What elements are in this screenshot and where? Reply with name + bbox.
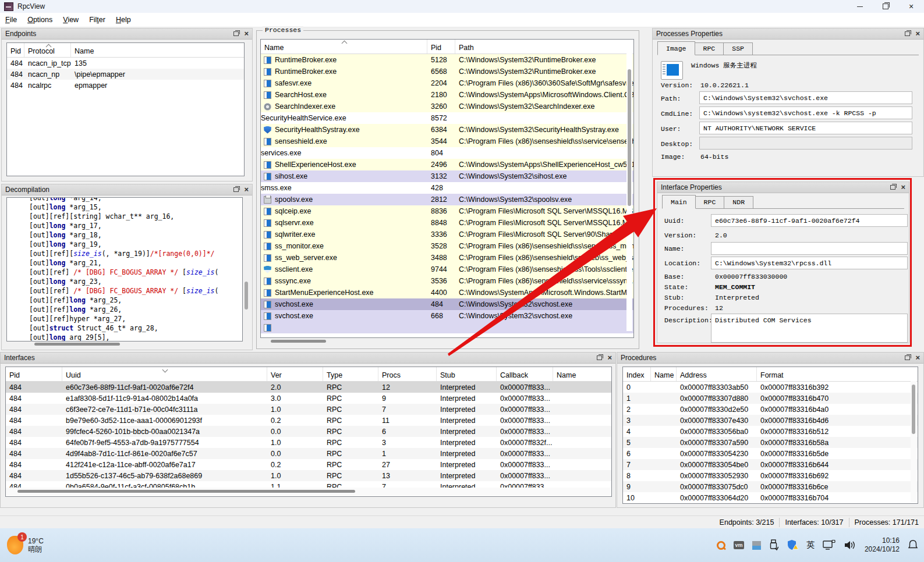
- decompilation-code-view[interactable]: [out]long *arg_14,[out]long *arg_15,[out…: [6, 197, 243, 342]
- float-panel-icon[interactable]: [890, 185, 895, 190]
- processes-hscrollbar[interactable]: [260, 338, 633, 345]
- procedure-row[interactable]: 9 0x00007ff833075dc0 0x00007ff83316b6ce: [623, 481, 918, 492]
- desktop-field[interactable]: [699, 137, 912, 150]
- processes-vscrollbar[interactable]: [626, 53, 632, 331]
- tab[interactable]: SSP: [723, 42, 753, 55]
- process-row[interactable]: svchost.exe 484 C:\Windows\System32\svch…: [261, 298, 633, 310]
- menu-item[interactable]: View: [58, 14, 84, 26]
- close-panel-icon[interactable]: ×: [607, 354, 612, 361]
- process-row[interactable]: safesvr.exe 2204 C:\Program Files (x86)\…: [261, 77, 633, 89]
- col-procs[interactable]: Procs: [378, 367, 437, 381]
- tab[interactable]: NDR: [724, 196, 753, 208]
- process-row[interactable]: sqlservr.exe 8848 C:\Program Files\Micro…: [261, 217, 633, 229]
- notification-bell-icon[interactable]: [908, 539, 918, 551]
- col-path[interactable]: Path: [455, 40, 633, 54]
- process-row[interactable]: RuntimeBroker.exe 6568 C:\Windows\System…: [261, 66, 633, 77]
- process-row[interactable]: smss.exe 428: [261, 182, 633, 194]
- process-row[interactable]: spoolsv.exe 2812 C:\Windows\System32\spo…: [261, 194, 633, 205]
- process-row[interactable]: [261, 322, 633, 333]
- interface-row[interactable]: 484 b9e79e60-3d52-11ce-aaa1-00006901293f…: [6, 415, 611, 426]
- process-row[interactable]: sqlwriter.exe 3336 C:\Program Files\Micr…: [261, 229, 633, 240]
- close-panel-icon[interactable]: ×: [244, 186, 249, 193]
- process-row[interactable]: SearchIndexer.exe 3260 C:\Windows\System…: [261, 101, 633, 112]
- endpoint-row[interactable]: 484 ncalrpc epmapper: [7, 80, 244, 91]
- processes-hscroll-thumb[interactable]: [271, 340, 326, 343]
- procedure-row[interactable]: 1 0x00007ff83307d880 0x00007ff83316b470: [623, 393, 918, 404]
- security-shield-icon[interactable]: [787, 539, 798, 551]
- usb-icon[interactable]: [769, 539, 778, 551]
- process-row[interactable]: SecurityHealthSystray.exe 6384 C:\Window…: [261, 124, 633, 136]
- network-display-icon[interactable]: [823, 540, 836, 550]
- col-stub[interactable]: Stub: [437, 367, 497, 381]
- float-panel-icon[interactable]: [597, 355, 602, 360]
- interface-row[interactable]: 484 e1af8308-5d1f-11c9-91a4-08002b14a0fa…: [6, 393, 611, 404]
- col-address[interactable]: Address: [677, 367, 757, 381]
- interfaces-hscroll-thumb[interactable]: [17, 490, 355, 493]
- col-name[interactable]: Name: [553, 367, 611, 381]
- process-row[interactable]: SearchHost.exe 2180 C:\Windows\SystemApp…: [261, 89, 633, 101]
- process-row[interactable]: sssync.exe 3536 C:\Program Files (x86)\s…: [261, 275, 633, 287]
- decompilation-hscroll-thumb[interactable]: [34, 343, 120, 346]
- menu-item[interactable]: Filter: [84, 14, 111, 26]
- col-index[interactable]: Index: [623, 367, 651, 381]
- restore-button[interactable]: [873, 0, 898, 13]
- col-pid[interactable]: Pid: [427, 40, 455, 54]
- process-row[interactable]: services.exe 804: [261, 147, 633, 159]
- procedure-row[interactable]: 11 0x00007ff8330d6d50 0x00007ff83316b734: [623, 503, 918, 504]
- cmdline-field[interactable]: C:\Windows\system32\svchost.exe -k RPCSS…: [699, 106, 912, 119]
- float-panel-icon[interactable]: [905, 31, 910, 36]
- procedure-row[interactable]: 6 0x00007ff833054230 0x00007ff83316b5de: [623, 448, 918, 459]
- decompilation-hscrollbar[interactable]: [6, 342, 242, 347]
- col-pid[interactable]: Pid: [6, 367, 62, 381]
- uuid-field[interactable]: e60c73e6-88f9-11cf-9af1-0020af6e72f4: [711, 214, 908, 227]
- process-row[interactable]: ss_monitor.exe 3528 C:\Program Files (x8…: [261, 240, 633, 252]
- interface-row[interactable]: 484 e60c73e6-88f9-11cf-9af1-0020af6e72f4…: [6, 382, 611, 393]
- procedure-row[interactable]: 3 0x00007ff83307e430 0x00007ff83316b4d6: [623, 415, 918, 426]
- process-row[interactable]: RuntimeBroker.exe 5128 C:\Windows\System…: [261, 54, 633, 66]
- interface-row[interactable]: 484 c6f3ee72-ce7e-11d1-b71e-00c04fc3111a…: [6, 404, 611, 415]
- tab[interactable]: RPC: [695, 42, 724, 55]
- float-panel-icon[interactable]: [905, 355, 910, 360]
- procedure-row[interactable]: 4 0x00007ff833056ba0 0x00007ff83316b512: [623, 426, 918, 437]
- interface-row[interactable]: 484 1d55b526-c137-46c5-ab79-638f2a68e869…: [6, 470, 611, 481]
- tab[interactable]: RPC: [695, 196, 725, 208]
- col-format[interactable]: Format: [757, 367, 918, 381]
- procedure-row[interactable]: 2 0x00007ff8330d2e50 0x00007ff83316b4a0: [623, 404, 918, 415]
- procedure-row[interactable]: 7 0x00007ff833054be0 0x00007ff83316b644: [623, 459, 918, 470]
- decompilation-vscrollbar[interactable]: [243, 197, 249, 340]
- col-pid[interactable]: Pid: [7, 43, 24, 57]
- ifc-name-field[interactable]: [711, 242, 908, 255]
- interface-row[interactable]: 484 412f241e-c12a-11ce-abff-0020af6e7a17…: [6, 459, 611, 470]
- procedure-row[interactable]: 10 0x00007ff833064d20 0x00007ff83316b704: [623, 492, 918, 503]
- close-panel-icon[interactable]: ×: [244, 30, 249, 37]
- tray-vmware-icon[interactable]: vm: [734, 541, 744, 549]
- procedure-row[interactable]: 0 0x00007ff83303ab50 0x00007ff83316b392: [623, 382, 918, 393]
- path-field[interactable]: C:\Windows\System32\svchost.exe: [699, 91, 912, 104]
- float-panel-icon[interactable]: [233, 187, 239, 192]
- ime-indicator[interactable]: 英: [806, 540, 815, 550]
- decompilation-vscroll-thumb[interactable]: [245, 282, 248, 310]
- col-type[interactable]: Type: [323, 367, 378, 381]
- close-panel-icon[interactable]: ×: [915, 354, 920, 361]
- location-field[interactable]: C:\Windows\System32\rpcss.dll: [711, 257, 908, 269]
- menu-item[interactable]: File: [0, 14, 22, 26]
- tab[interactable]: Image: [657, 41, 695, 55]
- description-field[interactable]: Distributed COM Services: [711, 314, 908, 343]
- float-panel-icon[interactable]: [233, 31, 239, 36]
- close-panel-icon[interactable]: ×: [915, 30, 920, 37]
- menu-item[interactable]: Help: [111, 14, 136, 26]
- col-callback[interactable]: Callback: [497, 367, 553, 381]
- interfaces-hscrollbar[interactable]: [6, 488, 610, 496]
- process-row[interactable]: SecurityHealthService.exe 8572: [261, 112, 633, 124]
- process-row[interactable]: ss_web_server.exe 3488 C:\Program Files …: [261, 252, 633, 264]
- process-row[interactable]: senseshield.exe 3544 C:\Program Files (x…: [261, 136, 633, 147]
- process-row[interactable]: StartMenuExperienceHost.exe 4400 C:\Wind…: [261, 287, 633, 298]
- close-panel-icon[interactable]: ×: [901, 184, 905, 191]
- procedure-row[interactable]: 5 0x00007ff83307a590 0x00007ff83316b58a: [623, 437, 918, 448]
- tray-magnifier-icon[interactable]: [717, 541, 725, 550]
- process-row[interactable]: sqlceip.exe 8836 C:\Program Files\Micros…: [261, 205, 633, 217]
- taskbar-weather-widget[interactable]: 1 19°C 晴朗: [7, 536, 77, 554]
- col-name[interactable]: Name: [651, 367, 677, 381]
- process-row[interactable]: sihost.exe 3132 C:\Windows\System32\siho…: [261, 170, 633, 182]
- col-name[interactable]: Name: [71, 43, 244, 57]
